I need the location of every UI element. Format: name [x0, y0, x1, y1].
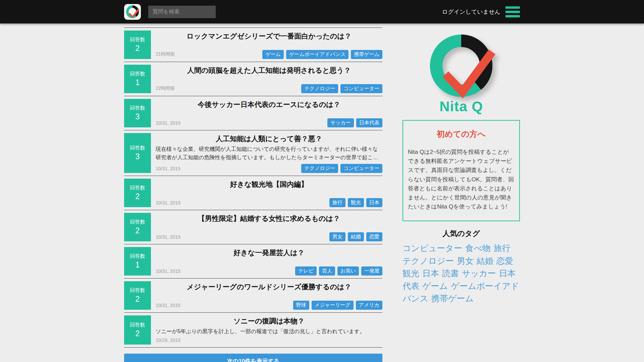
question-tags: テレビ芸人お笑い一発屋 — [295, 266, 382, 276]
popular-tag-link[interactable]: サッカー — [462, 268, 496, 278]
question-description: ソニーが5年ぶりの黒字を計上し、一部の報道では「復活の兆し」と言われています。 — [156, 327, 382, 336]
question-tag[interactable]: テクノロジー — [301, 164, 338, 173]
popular-tag-link[interactable]: 旅行 — [493, 243, 510, 253]
question-tag[interactable]: 野球 — [293, 301, 309, 310]
question-title: 今後サッカー日本代表のエースになるのは？ — [156, 99, 382, 109]
question-tag[interactable]: 結婚 — [348, 232, 364, 241]
question-row[interactable]: 回答数 3 今後サッカー日本代表のエースになるのは？ 10/31, 2015 サ… — [124, 96, 382, 130]
answer-count-value: 2 — [136, 44, 140, 53]
popular-tag-link[interactable]: 日本 — [422, 268, 439, 278]
question-tag[interactable]: 日本代表 — [356, 118, 382, 127]
popular-tag-link[interactable]: 食べ物 — [465, 243, 491, 253]
answer-count-value: 2 — [136, 329, 140, 338]
question-content: 【男性限定】結婚する女性に求めるものは？ 10/31, 2015 男女結婚恋愛 — [151, 213, 382, 241]
question-tag[interactable]: 日本 — [366, 198, 382, 207]
popular-tag-link[interactable]: 結婚 — [477, 256, 493, 265]
intro-box: 初めての方へ Nita Qは2~5択の質問を投稿することができる無料匿名アンケー… — [402, 120, 520, 221]
question-title: 【男性限定】結婚する女性に求めるものは？ — [156, 213, 382, 223]
question-column: 回答数 2 ロックマンエグゼシリーズで一番面白かったのは？ 21時間前 ゲームゲ… — [124, 27, 382, 362]
question-row[interactable]: 回答数 1 人間の頭脳を超えた人工知能は発明されると思う？ 22時間前 テクノロ… — [124, 62, 382, 96]
question-meta: 10/29, 2015 — [156, 338, 382, 345]
load-more-button[interactable]: 次の10件を表示する — [124, 354, 382, 362]
question-tags: ゲームゲームボーイアドバンス携帯ゲーム — [262, 50, 382, 59]
question-meta: 22時間前 テクノロジーコンピューター — [156, 84, 382, 93]
question-tag[interactable]: 芸人 — [319, 266, 335, 276]
question-date: 10/31, 2015 — [156, 303, 180, 310]
hamburger-bar — [505, 6, 520, 9]
answer-count-value: 3 — [136, 152, 140, 161]
question-row[interactable]: 回答数 2 ソニーの復調は本物？ ソニーが5年ぶりの黒字を計上し、一部の報道では… — [124, 313, 382, 348]
question-tag[interactable]: アメリカ — [356, 301, 382, 310]
question-title: ソニーの復調は本物？ — [156, 315, 382, 326]
question-content: ロックマンエグゼシリーズで一番面白かったのは？ 21時間前 ゲームゲームボーイア… — [151, 31, 382, 59]
answer-count-label: 回答数 — [130, 253, 145, 259]
question-row[interactable]: 回答数 2 好きな観光地【国内編】 10/31, 2015 旅行観光日本 — [124, 176, 382, 210]
answer-count-box: 回答数 1 — [124, 65, 151, 93]
question-content: メジャーリーグのワールドシリーズ優勝するのは？ 10/31, 2015 野球メジ… — [151, 281, 382, 310]
popular-tag-link[interactable]: テクノロジー — [402, 256, 454, 265]
question-row[interactable]: 回答数 2 【男性限定】結婚する女性に求めるものは？ 10/31, 2015 男… — [124, 210, 382, 244]
answer-count-value: 2 — [136, 295, 140, 304]
question-title: 人間の頭脳を超えた人工知能は発明されると思う？ — [156, 65, 382, 75]
question-tag[interactable]: ゲーム — [262, 50, 284, 59]
question-tag[interactable]: コンピューター — [340, 164, 382, 173]
question-tag[interactable]: 観光 — [348, 198, 364, 207]
popular-tag-link[interactable]: 男女 — [457, 256, 474, 265]
question-tag[interactable]: テクノロジー — [301, 84, 338, 93]
answer-count-label: 回答数 — [130, 322, 145, 328]
header-home-logo[interactable] — [124, 4, 141, 20]
question-tag[interactable]: お笑い — [337, 266, 359, 276]
answer-count-value: 1 — [136, 260, 140, 269]
nitaq-check-icon — [126, 5, 139, 18]
question-date: 21時間前 — [156, 51, 175, 59]
answer-count-label: 回答数 — [130, 219, 145, 225]
popular-tag-link[interactable]: 読書 — [442, 268, 459, 278]
question-tag[interactable]: 一発屋 — [361, 266, 382, 276]
question-content: 好きな観光地【国内編】 10/31, 2015 旅行観光日本 — [151, 179, 382, 207]
answer-count-value: 1 — [136, 78, 140, 87]
question-tag[interactable]: サッカー — [327, 118, 354, 127]
question-row[interactable]: 回答数 2 ロックマンエグゼシリーズで一番面白かったのは？ 21時間前 ゲームゲ… — [124, 28, 382, 62]
question-row[interactable]: 回答数 1 好きな一発屋芸人は？ 10/31, 2015 テレビ芸人お笑い一発屋 — [124, 244, 382, 279]
popular-tag-link[interactable]: 携帯ゲーム — [431, 294, 474, 303]
popular-tag-link[interactable]: コンピューター — [402, 243, 462, 253]
question-date: 10/31, 2015 — [156, 234, 180, 241]
answer-count-box: 回答数 2 — [124, 31, 151, 59]
intro-title: 初めての方へ — [408, 129, 515, 139]
question-row[interactable]: 回答数 2 メジャーリーグのワールドシリーズ優勝するのは？ 10/31, 201… — [124, 279, 382, 313]
popular-tag-link[interactable]: ゲーム — [422, 281, 448, 291]
popular-tag-link[interactable]: 観光 — [402, 268, 419, 278]
question-meta: 10/31, 2015 男女結婚恋愛 — [156, 232, 382, 241]
answer-count-label: 回答数 — [130, 37, 145, 43]
question-tag[interactable]: ゲームボーイアドバンス — [286, 50, 348, 59]
question-meta: 10/31, 2015 テクノロジーコンピューター — [156, 164, 382, 173]
question-description: 現在様々な企業、研究機関が人工知能についての研究を行っていますが、それに伴い様々… — [156, 145, 382, 162]
login-status-label: ログインしていません — [442, 8, 500, 16]
question-title: 好きな一発屋芸人は？ — [156, 247, 382, 257]
question-date: 10/31, 2015 — [156, 200, 180, 207]
popular-tag-link[interactable]: 恋愛 — [496, 256, 513, 265]
question-tag[interactable]: 恋愛 — [366, 232, 382, 241]
question-tag[interactable]: 旅行 — [329, 198, 345, 207]
hamburger-menu-icon[interactable] — [505, 6, 520, 18]
search-input[interactable] — [148, 6, 216, 18]
question-date: 10/31, 2015 — [156, 268, 180, 276]
question-tag[interactable]: 男女 — [329, 232, 345, 241]
question-date: 22時間前 — [156, 85, 175, 93]
answer-count-box: 回答数 2 — [124, 315, 151, 345]
question-tag[interactable]: テレビ — [295, 266, 317, 276]
answer-count-value: 2 — [136, 226, 140, 235]
question-content: ソニーの復調は本物？ ソニーが5年ぶりの黒字を計上し、一部の報道では「復活の兆し… — [151, 315, 382, 345]
question-row[interactable]: 回答数 3 人工知能は人類にとって善？悪？ 現在様々な企業、研究機関が人工知能に… — [124, 130, 382, 176]
answer-count-value: 2 — [136, 192, 140, 201]
popular-tags-title: 人気のタグ — [402, 229, 520, 239]
question-date: 10/31, 2015 — [156, 166, 180, 173]
question-tags: テクノロジーコンピューター — [301, 84, 382, 93]
question-title: 好きな観光地【国内編】 — [156, 179, 382, 189]
question-tag[interactable]: 携帯ゲーム — [351, 50, 382, 59]
question-tag[interactable]: メジャーリーグ — [312, 301, 354, 310]
question-date: 10/29, 2015 — [156, 338, 180, 345]
question-tag[interactable]: コンピューター — [340, 84, 382, 93]
answer-count-label: 回答数 — [130, 185, 145, 191]
answer-count-box: 回答数 2 — [124, 179, 151, 207]
